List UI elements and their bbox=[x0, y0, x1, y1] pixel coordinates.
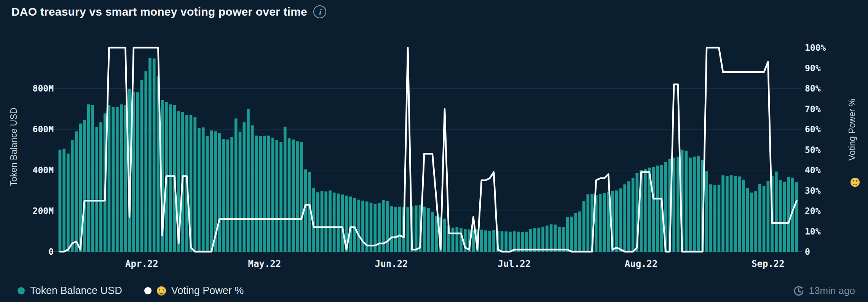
bar[interactable] bbox=[124, 105, 127, 252]
bar[interactable] bbox=[484, 230, 487, 252]
bar[interactable] bbox=[198, 128, 201, 252]
bar[interactable] bbox=[218, 133, 221, 252]
bar[interactable] bbox=[349, 197, 352, 252]
bar[interactable] bbox=[423, 207, 426, 252]
bar[interactable] bbox=[750, 193, 753, 252]
bar[interactable] bbox=[300, 142, 303, 252]
bar[interactable] bbox=[488, 231, 491, 252]
bar[interactable] bbox=[390, 206, 393, 252]
bar[interactable] bbox=[603, 193, 606, 252]
bar[interactable] bbox=[787, 177, 790, 252]
bar[interactable] bbox=[247, 109, 250, 252]
bar[interactable] bbox=[251, 125, 254, 252]
bar[interactable] bbox=[754, 191, 757, 252]
bar[interactable] bbox=[386, 201, 389, 252]
bar[interactable] bbox=[398, 207, 401, 252]
bar[interactable] bbox=[357, 200, 361, 252]
bar[interactable] bbox=[112, 107, 115, 252]
bar[interactable] bbox=[472, 230, 475, 252]
bar[interactable] bbox=[538, 228, 541, 252]
bar[interactable] bbox=[415, 206, 418, 252]
bar[interactable] bbox=[525, 232, 528, 252]
bar[interactable] bbox=[226, 140, 229, 252]
bar[interactable] bbox=[87, 104, 90, 252]
bar[interactable] bbox=[734, 176, 737, 252]
bar[interactable] bbox=[407, 207, 410, 252]
bar[interactable] bbox=[202, 127, 205, 252]
bar[interactable] bbox=[353, 198, 356, 252]
bar[interactable] bbox=[685, 151, 688, 252]
bar[interactable] bbox=[255, 136, 258, 252]
bar[interactable] bbox=[288, 138, 291, 252]
bar[interactable] bbox=[329, 191, 332, 252]
bar[interactable] bbox=[284, 127, 287, 252]
bar[interactable] bbox=[263, 136, 266, 252]
bar[interactable] bbox=[206, 136, 209, 252]
bar[interactable] bbox=[554, 225, 557, 252]
bar[interactable] bbox=[341, 194, 344, 252]
bar[interactable] bbox=[83, 120, 86, 252]
bar[interactable] bbox=[62, 149, 65, 252]
bar[interactable] bbox=[75, 131, 78, 252]
bar[interactable] bbox=[705, 171, 708, 252]
bar[interactable] bbox=[333, 193, 336, 252]
bar[interactable] bbox=[361, 201, 364, 252]
legend-item-token-balance[interactable]: Token Balance USD bbox=[18, 285, 122, 297]
bar[interactable] bbox=[456, 227, 459, 252]
bar[interactable] bbox=[505, 231, 508, 252]
bar[interactable] bbox=[509, 232, 512, 252]
bar[interactable] bbox=[619, 188, 622, 252]
bar[interactable] bbox=[783, 182, 786, 252]
bar[interactable] bbox=[742, 180, 745, 252]
bar[interactable] bbox=[656, 165, 659, 252]
bar[interactable] bbox=[169, 104, 172, 252]
bar[interactable] bbox=[108, 105, 111, 252]
bar[interactable] bbox=[623, 184, 626, 252]
bar[interactable] bbox=[279, 142, 282, 252]
bar[interactable] bbox=[718, 185, 721, 252]
bar[interactable] bbox=[644, 169, 647, 252]
bar[interactable] bbox=[746, 188, 749, 252]
bar[interactable] bbox=[795, 182, 798, 252]
bar[interactable] bbox=[713, 185, 716, 252]
bar[interactable] bbox=[652, 167, 655, 252]
bar[interactable] bbox=[513, 231, 516, 252]
bar[interactable] bbox=[91, 105, 94, 252]
bar[interactable] bbox=[452, 228, 455, 252]
bar[interactable] bbox=[767, 181, 770, 252]
bar[interactable] bbox=[677, 157, 680, 252]
bar[interactable] bbox=[763, 186, 766, 252]
bar[interactable] bbox=[550, 224, 553, 252]
bar[interactable] bbox=[136, 92, 139, 252]
bar[interactable] bbox=[779, 180, 782, 252]
bar[interactable] bbox=[546, 226, 549, 252]
bar[interactable] bbox=[615, 191, 618, 252]
bar[interactable] bbox=[627, 181, 630, 252]
bar[interactable] bbox=[599, 194, 602, 252]
bar[interactable] bbox=[460, 228, 463, 252]
bar[interactable] bbox=[67, 154, 70, 252]
bar[interactable] bbox=[689, 157, 692, 252]
bar[interactable] bbox=[427, 208, 430, 252]
bar[interactable] bbox=[431, 212, 434, 252]
bar[interactable] bbox=[99, 122, 102, 252]
bar[interactable] bbox=[587, 194, 590, 252]
bar[interactable] bbox=[243, 122, 246, 252]
bar[interactable] bbox=[709, 184, 712, 252]
bar[interactable] bbox=[529, 229, 532, 252]
bar[interactable] bbox=[672, 157, 675, 252]
bar[interactable] bbox=[541, 227, 544, 252]
bar[interactable] bbox=[480, 230, 483, 252]
bar[interactable] bbox=[570, 217, 573, 252]
bar[interactable] bbox=[562, 227, 565, 252]
bar[interactable] bbox=[566, 217, 569, 252]
bar[interactable] bbox=[370, 203, 373, 252]
bar[interactable] bbox=[324, 191, 327, 252]
bar[interactable] bbox=[230, 137, 233, 252]
bar[interactable] bbox=[144, 71, 147, 252]
bar[interactable] bbox=[730, 175, 733, 252]
bar[interactable] bbox=[693, 157, 696, 252]
bar[interactable] bbox=[517, 232, 520, 252]
legend-item-voting-power[interactable]: Voting Power % bbox=[144, 285, 244, 297]
bar[interactable] bbox=[222, 139, 225, 252]
